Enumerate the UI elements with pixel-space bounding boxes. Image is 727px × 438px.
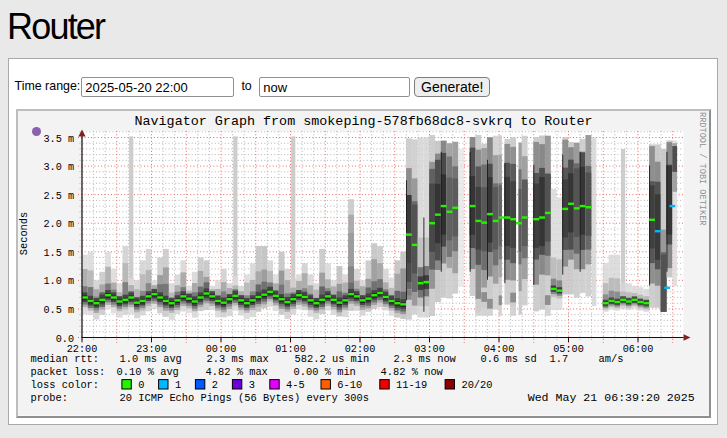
svg-text:am/s: am/s: [598, 353, 623, 365]
svg-text:Seconds: Seconds: [18, 212, 30, 256]
svg-text:1: 1: [174, 379, 180, 391]
svg-text:6-10: 6-10: [337, 379, 362, 391]
svg-text:3: 3: [248, 379, 254, 391]
svg-text:2.5 m: 2.5 m: [43, 191, 74, 202]
svg-text:2.3 ms now: 2.3 ms now: [393, 353, 456, 365]
svg-text:0.5 m: 0.5 m: [43, 305, 74, 316]
svg-text:probe:: probe:: [30, 392, 67, 404]
svg-text:1.0 ms avg: 1.0 ms avg: [119, 353, 181, 365]
svg-text:0.6 ms sd: 0.6 ms sd: [480, 353, 536, 365]
svg-text:11-19: 11-19: [396, 379, 427, 391]
svg-text:2: 2: [211, 379, 217, 391]
svg-text:2.0 m: 2.0 m: [43, 219, 74, 230]
svg-text:20/20: 20/20: [461, 379, 492, 391]
svg-text:1.5 m: 1.5 m: [43, 248, 74, 259]
svg-text:20 ICMP Echo Pings (56 Bytes): 20 ICMP Echo Pings (56 Bytes) every 300s: [119, 392, 368, 404]
svg-text:4.82 % now: 4.82 % now: [380, 366, 443, 378]
svg-text:0.00 % min: 0.00 % min: [293, 366, 355, 378]
svg-text:3.0 m: 3.0 m: [43, 162, 74, 173]
svg-text:0.10 % avg: 0.10 % avg: [116, 366, 178, 378]
svg-text:4.82 % max: 4.82 % max: [205, 366, 267, 378]
svg-text:0: 0: [138, 379, 144, 391]
svg-text:2.3 ms max: 2.3 ms max: [206, 353, 268, 365]
svg-text:Wed May 21 06:39:20 2025: Wed May 21 06:39:20 2025: [527, 391, 694, 404]
svg-text:Navigator Graph from smokeping: Navigator Graph from smokeping-578fb68dc…: [134, 114, 592, 129]
svg-text:1.0 m: 1.0 m: [43, 276, 74, 287]
svg-text:loss color:: loss color:: [30, 379, 99, 391]
svg-text:packet loss:: packet loss:: [30, 366, 105, 378]
svg-text:RRDTOOL / TOBI OETIKER: RRDTOOL / TOBI OETIKER: [697, 112, 707, 225]
svg-text:3.5 m: 3.5 m: [43, 134, 74, 145]
svg-text:median rtt:: median rtt:: [30, 353, 99, 365]
svg-text:4-5: 4-5: [286, 379, 305, 391]
svg-text:582.2 us min: 582.2 us min: [294, 353, 369, 365]
svg-text:06:00: 06:00: [622, 344, 653, 355]
svg-text:1.7: 1.7: [549, 353, 568, 365]
